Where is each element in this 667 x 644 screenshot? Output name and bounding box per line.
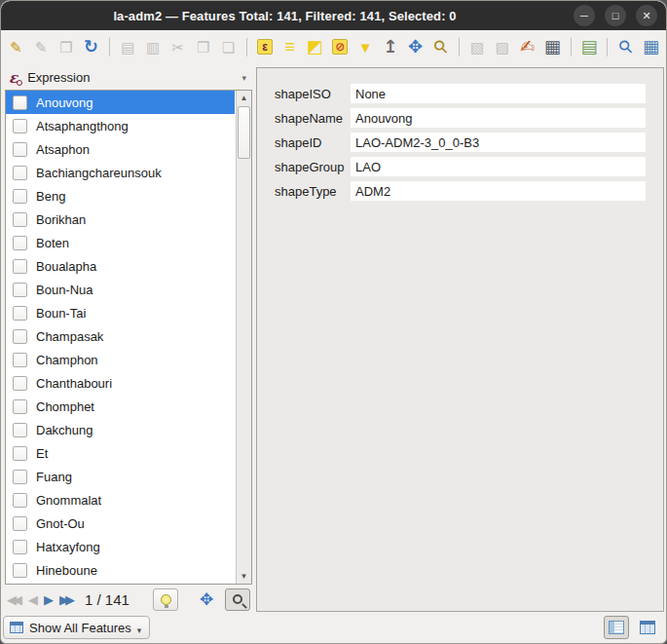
highlight-feature-button[interactable] (153, 588, 178, 611)
conditional-formatting-button[interactable]: ▤ (578, 34, 601, 59)
list-item[interactable]: Bachiangchareunsouk (6, 161, 235, 184)
table-view-button[interactable] (635, 616, 660, 639)
epsilon-select-icon: ε (257, 39, 273, 55)
feature-checkbox[interactable] (13, 283, 27, 297)
list-item[interactable]: Chomphet (6, 395, 235, 418)
column-preview-selector[interactable]: ε Expression ▾ (5, 67, 252, 90)
last-feature-button[interactable]: ▶▶ (59, 592, 75, 607)
next-feature-button[interactable]: ▶ (44, 592, 54, 607)
copy-button: ❐ (192, 34, 214, 59)
feature-checkbox[interactable] (13, 516, 27, 531)
list-item[interactable]: Beng (6, 184, 235, 208)
feature-checkbox[interactable] (13, 259, 27, 274)
feature-navigation-bar: ◀◀ ◀ ▶ ▶▶ 1 / 141 ✥ (5, 585, 252, 612)
list-item[interactable]: Et (6, 441, 235, 465)
list-item[interactable]: Fuang (6, 465, 235, 488)
zoom-to-feature-button[interactable] (225, 588, 250, 611)
first-feature-button: ◀◀ (7, 592, 22, 607)
maximize-button[interactable]: □ (605, 5, 626, 26)
feature-checkbox[interactable] (13, 446, 27, 461)
feature-checkbox[interactable] (13, 166, 27, 180)
form-row: shapeGroup (275, 157, 646, 176)
form-view-button[interactable] (604, 616, 629, 639)
list-item[interactable]: Boun-Tai (6, 301, 235, 324)
minimize-button[interactable]: ─ (574, 5, 595, 26)
feature-checkbox[interactable] (13, 119, 27, 133)
feature-name: Et (36, 446, 48, 461)
list-item[interactable]: Boualapha (6, 254, 235, 278)
field-input-shapeName[interactable] (351, 108, 646, 128)
reload-table-button[interactable]: ↻ (80, 34, 102, 59)
feature-checkbox[interactable] (13, 142, 27, 157)
feature-filter-button[interactable]: Show All Features ▾ (3, 616, 150, 639)
field-input-shapeGroup[interactable] (351, 157, 646, 176)
list-item[interactable]: Dakchung (6, 418, 235, 441)
scroll-up-button[interactable]: ▲ (237, 91, 251, 105)
feature-checkbox[interactable] (13, 236, 27, 250)
list-scrollbar[interactable]: ▲ ▼ (236, 91, 251, 584)
scrollbar-thumb[interactable] (238, 106, 250, 159)
field-calculator-button[interactable]: ▦ (541, 34, 564, 59)
bottom-bar: Show All Features ▾ (1, 614, 666, 643)
select-all-button[interactable]: ≡ (278, 34, 301, 59)
list-item[interactable]: Gnommalat (6, 488, 235, 511)
deselect-all-button[interactable]: ⊘ (329, 34, 352, 59)
feature-checkbox[interactable] (13, 563, 27, 578)
feature-checkbox[interactable] (13, 493, 27, 508)
feature-checkbox[interactable] (13, 540, 27, 554)
feature-filter-label: Show All Features (29, 621, 131, 635)
feature-checkbox[interactable] (13, 95, 27, 110)
feature-checkbox[interactable] (13, 353, 27, 367)
list-item[interactable]: Boun-Nua (6, 278, 235, 301)
list-item[interactable]: Atsaphon (6, 137, 235, 161)
save-edits-button: ❒ (56, 34, 78, 59)
feature-checkbox[interactable] (13, 399, 27, 414)
move-selection-top-button[interactable]: ↥ (379, 34, 401, 59)
feature-checkbox[interactable] (13, 212, 27, 227)
scroll-down-button[interactable]: ▼ (237, 569, 251, 584)
toggle-editing-button[interactable]: ✎ (5, 34, 27, 59)
feature-checkbox[interactable] (13, 470, 27, 484)
list-item[interactable]: Gnot-Ou (6, 511, 235, 535)
feature-checkbox[interactable] (13, 329, 27, 344)
list-item[interactable]: Hineboune (6, 558, 235, 582)
invert-selection-button[interactable]: ◩ (304, 34, 326, 59)
list-item[interactable]: Chanthabouri (6, 371, 235, 395)
feature-checkbox[interactable] (13, 189, 27, 204)
search-widget-button[interactable]: ⚲ (614, 34, 637, 59)
list-item[interactable]: Anouvong (6, 91, 235, 114)
autopan-button[interactable]: ✥ (194, 587, 219, 611)
field-input-shapeID[interactable] (351, 133, 646, 152)
close-icon: ✕ (642, 11, 650, 21)
feature-checkbox[interactable] (13, 306, 27, 321)
feature-name: Gnot-Ou (36, 516, 85, 531)
pencil-icon: ✎ (10, 40, 22, 55)
list-item[interactable]: Champasak (6, 324, 235, 348)
pan-to-selection-button[interactable]: ✥ (404, 34, 426, 59)
field-input-shapeType[interactable] (351, 181, 646, 201)
chevron-down-icon[interactable]: ▾ (241, 73, 248, 83)
list-item[interactable]: Champhon (6, 348, 235, 371)
feature-name: Champasak (36, 329, 103, 344)
list-item[interactable]: Boten (6, 231, 235, 254)
funnel-icon: ▼ (358, 40, 373, 55)
close-button[interactable]: ✕ (636, 5, 657, 26)
form-row: shapeID (275, 133, 646, 152)
trash-icon: ▥ (146, 40, 160, 55)
filter-form-button[interactable]: ▼ (354, 34, 377, 59)
list-item-partial[interactable] (6, 582, 235, 584)
edit-fields-button[interactable]: ✍ (516, 34, 538, 59)
list-item[interactable]: Hatxayfong (6, 535, 235, 558)
select-by-expression-button[interactable]: ε (254, 34, 277, 59)
list-item[interactable]: Borikhan (6, 208, 235, 231)
list-item[interactable]: Atsaphangthong (6, 114, 235, 137)
dock-table-button[interactable]: ▦ (640, 34, 662, 59)
attribute-table-window: la-adm2 — Features Total: 141, Filtered:… (0, 0, 667, 644)
feature-checkbox[interactable] (13, 423, 27, 437)
form-panel: shapeISOshapeNameshapeIDshapeGroupshapeT… (256, 67, 664, 612)
feature-checkbox[interactable] (13, 376, 27, 391)
zoom-to-selection-button[interactable]: ⚲ (429, 34, 452, 59)
expression-label: Expression (27, 70, 90, 85)
field-input-shapeISO[interactable] (351, 84, 646, 103)
feature-name: Chomphet (36, 399, 94, 414)
